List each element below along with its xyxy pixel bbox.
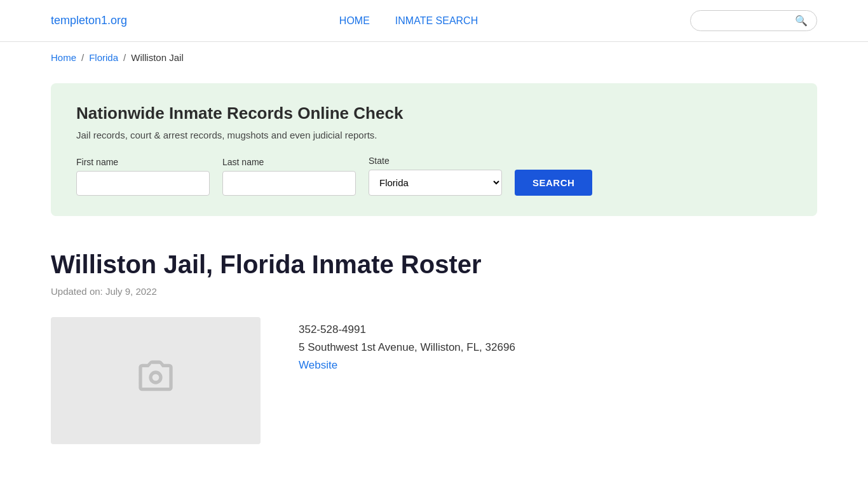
search-icon: 🔍 xyxy=(795,15,808,27)
site-logo[interactable]: templeton1.org xyxy=(51,14,127,27)
breadcrumb-current: Williston Jail xyxy=(131,52,184,63)
facility-address: 5 Southwest 1st Avenue, Williston, FL, 3… xyxy=(299,341,515,354)
breadcrumb-sep-1: / xyxy=(81,52,84,63)
last-name-label: Last name xyxy=(222,157,356,167)
facility-section: 352-528-4991 5 Southwest 1st Avenue, Wil… xyxy=(51,317,817,444)
search-widget-title: Nationwide Inmate Records Online Check xyxy=(76,104,792,123)
nav-inmate-search[interactable]: INMATE SEARCH xyxy=(395,15,478,27)
header: templeton1.org HOME INMATE SEARCH 🔍 xyxy=(0,0,868,41)
state-label: State xyxy=(369,156,502,166)
camera-icon xyxy=(135,357,176,405)
search-widget-desc: Jail records, court & arrest records, mu… xyxy=(76,130,792,140)
facility-image xyxy=(51,317,261,444)
search-form: First name Last name State Florida SEARC… xyxy=(76,156,792,196)
facility-details: 352-528-4991 5 Southwest 1st Avenue, Wil… xyxy=(299,317,515,372)
last-name-input[interactable] xyxy=(222,171,356,196)
search-button[interactable]: SEARCH xyxy=(515,170,592,196)
main-nav: HOME INMATE SEARCH xyxy=(339,15,478,27)
nav-home[interactable]: HOME xyxy=(339,15,370,27)
breadcrumb-home[interactable]: Home xyxy=(51,52,76,63)
state-select[interactable]: Florida xyxy=(369,170,502,196)
search-widget: Nationwide Inmate Records Online Check J… xyxy=(51,83,817,216)
last-name-group: Last name xyxy=(222,157,356,196)
facility-phone: 352-528-4991 xyxy=(299,323,515,336)
first-name-label: First name xyxy=(76,157,210,167)
updated-date: Updated on: July 9, 2022 xyxy=(51,286,817,297)
breadcrumb-florida[interactable]: Florida xyxy=(89,52,118,63)
first-name-group: First name xyxy=(76,157,210,196)
main-content: Williston Jail, Florida Inmate Roster Up… xyxy=(0,236,868,457)
first-name-input[interactable] xyxy=(76,171,210,196)
breadcrumb: Home / Florida / Williston Jail xyxy=(0,42,868,73)
header-search-input[interactable] xyxy=(700,16,791,26)
breadcrumb-sep-2: / xyxy=(123,52,126,63)
state-group: State Florida xyxy=(369,156,502,196)
facility-website-link[interactable]: Website xyxy=(299,359,515,372)
page-title: Williston Jail, Florida Inmate Roster xyxy=(51,249,817,280)
header-search-box: 🔍 xyxy=(690,10,817,31)
